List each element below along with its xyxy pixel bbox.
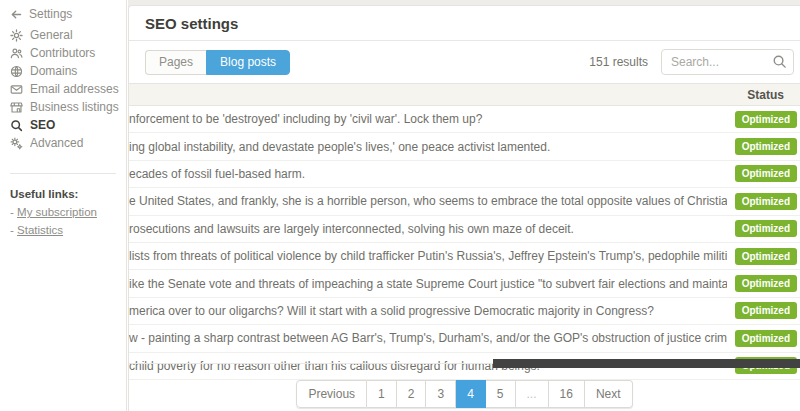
status-badge[interactable]: Optimized [735,302,797,319]
status-badge[interactable]: Optimized [735,193,797,210]
seo-settings-panel: SEO settings Pages Blog posts 151 result… [128,5,800,411]
toolbar-right: 151 results [589,49,794,75]
users-icon [10,47,23,60]
settings-sidebar: Settings General Contributors Domains Em… [0,0,127,411]
pagination-page-2[interactable]: 2 [397,380,427,408]
store-icon [10,101,23,114]
status-badge[interactable]: Optimized [735,165,797,182]
table-row[interactable]: rosecutions and lawsuits are largely int… [129,216,800,243]
pagination-previous[interactable]: Previous [296,380,367,408]
table-row[interactable]: ecades of fossil fuel-based harm. Optimi… [129,161,800,188]
content-type-tabs: Pages Blog posts [145,50,290,75]
table-row[interactable]: ing global instability, and devastate pe… [129,133,800,160]
scrollbar-thumb[interactable] [493,359,800,368]
table-row[interactable]: w - painting a sharp contrast between AG… [129,325,800,352]
sidebar-item-seo[interactable]: SEO [0,116,126,134]
table-row[interactable]: lists from threats of political violence… [129,243,800,270]
sidebar-item-contributors[interactable]: Contributors [0,44,126,62]
post-title: rosecutions and lawsuits are largely int… [129,222,727,236]
post-title: nforcement to be 'destroyed' including b… [129,112,727,126]
gears-icon [10,137,23,150]
table-row[interactable]: ike the Senate vote and threats of impea… [129,270,800,297]
post-title: merica over to our oligarchs? Will it st… [129,304,727,318]
pagination-page-1[interactable]: 1 [367,380,397,408]
sidebar-item-label: Contributors [30,46,95,60]
sidebar-item-label: Business listings [30,100,119,114]
table-body: nforcement to be 'destroyed' including b… [129,106,800,380]
link-my-subscription-row: - My subscription [0,200,126,218]
pagination-page-4-current[interactable]: 4 [456,380,486,408]
table-row[interactable]: merica over to our oligarchs? Will it st… [129,298,800,325]
tab-blog-posts[interactable]: Blog posts [206,50,290,75]
horizontal-scrollbar [129,358,800,368]
status-column-header: Status [747,88,784,102]
search-icon[interactable] [772,54,787,69]
pagination-ellipsis: ... [516,380,549,408]
results-count: 151 results [589,55,648,69]
status-badge[interactable]: Optimized [735,138,797,155]
status-badge[interactable]: Optimized [735,111,797,128]
panel-header: SEO settings [129,6,800,41]
pagination: Previous 1 2 3 4 5 ... 16 Next [129,380,800,408]
status-badge[interactable]: Optimized [735,275,797,292]
status-badge[interactable]: Optimized [735,248,797,265]
sidebar-item-advanced[interactable]: Advanced [0,134,126,152]
arrow-left-icon [10,8,23,21]
table-row[interactable]: e United States, and frankly, she is a h… [129,188,800,215]
pagination-page-16[interactable]: 16 [549,380,585,408]
post-title: ing global instability, and devastate pe… [129,140,727,154]
pagination-next[interactable]: Next [585,380,633,408]
sidebar-item-label: Email addresses [30,82,119,96]
sidebar-item-label: General [30,28,73,42]
sidebar-item-email-addresses[interactable]: Email addresses [0,80,126,98]
sidebar-item-label: SEO [30,118,55,132]
post-title: w - painting a sharp contrast between AG… [129,331,727,345]
table-row[interactable]: nforcement to be 'destroyed' including b… [129,106,800,133]
sidebar-back-settings[interactable]: Settings [0,0,126,26]
globe-icon [10,65,23,78]
link-statistics[interactable]: Statistics [17,224,63,236]
post-title: e United States, and frankly, she is a h… [129,194,727,208]
sidebar-item-domains[interactable]: Domains [0,62,126,80]
sidebar-item-label: Domains [30,64,77,78]
main-area: SEO settings Pages Blog posts 151 result… [128,0,800,411]
sidebar-item-general[interactable]: General [0,26,126,44]
post-title: lists from threats of political violence… [129,249,727,263]
envelope-icon [10,83,23,96]
page-title: SEO settings [129,15,238,32]
pagination-page-5[interactable]: 5 [486,380,516,408]
search-icon [10,119,23,132]
link-statistics-row: - Statistics [0,218,126,236]
searchbox [661,49,794,75]
pagination-group: Previous 1 2 3 4 5 ... 16 Next [296,380,632,408]
useful-links-title: Useful links: [0,174,126,200]
post-title: ike the Senate vote and threats of impea… [129,277,727,291]
toolbar: Pages Blog posts 151 results [129,41,800,83]
post-title: ecades of fossil fuel-based harm. [129,167,727,181]
sidebar-item-business-listings[interactable]: Business listings [0,98,126,116]
dash: - [10,224,14,236]
sidebar-item-label: Advanced [30,136,83,150]
status-badge[interactable]: Optimized [735,330,797,347]
gear-icon [10,29,23,42]
status-badge[interactable]: Optimized [735,220,797,237]
pagination-page-3[interactable]: 3 [426,380,456,408]
link-my-subscription[interactable]: My subscription [17,206,97,218]
dash: - [10,206,14,218]
sidebar-back-label: Settings [29,7,72,21]
tab-pages[interactable]: Pages [145,50,206,75]
table-header: Status [129,83,800,106]
